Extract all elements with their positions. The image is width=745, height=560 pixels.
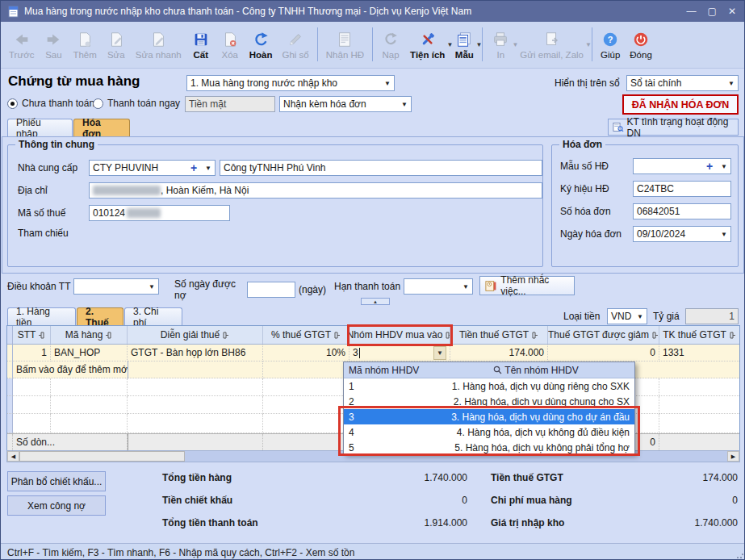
invoice-number-field[interactable]: 06842051	[633, 203, 731, 219]
payment-terms-select[interactable]: ▼	[73, 278, 159, 295]
pin-icon[interactable]	[445, 332, 450, 339]
column-header-tk-thue[interactable]: TK thuế GTGT	[659, 326, 739, 345]
save-button[interactable]: Cất	[186, 28, 216, 61]
add-reminder-button[interactable]: Thêm nhắc việc...	[479, 276, 575, 295]
pin-icon[interactable]	[38, 332, 45, 339]
post-ledger-button[interactable]: Ghi sổ	[278, 28, 314, 61]
column-header-ma-hang[interactable]: Mã hàng	[51, 326, 128, 345]
minimize-icon[interactable]: —	[687, 6, 697, 16]
scroll-right-icon[interactable]: ▶	[727, 451, 739, 462]
save-icon	[191, 31, 211, 48]
debt-days-label: Số ngày được nợ	[174, 278, 247, 301]
cell-dien-giai-thue[interactable]: GTGT - Bàn họp lớn BH86	[128, 345, 263, 361]
maximize-icon[interactable]: ▢	[708, 6, 717, 16]
previous-button[interactable]: Trước	[4, 28, 39, 61]
close-document-button[interactable]: Đóng	[625, 28, 657, 61]
pin-icon[interactable]	[729, 332, 736, 339]
chevron-down-icon[interactable]: ▼	[202, 165, 211, 172]
check-business-status-button[interactable]: KT tình trạng hoạt động DN	[608, 119, 739, 136]
invoice-form-select[interactable]: + ▼	[633, 158, 731, 174]
tab-thue[interactable]: 2. Thuế	[77, 307, 123, 325]
due-date-select[interactable]: ▼	[404, 278, 473, 295]
send-email-zalo-button[interactable]: Gửi email, Zalo ▼	[515, 28, 588, 61]
edit-button[interactable]: Sửa	[102, 28, 131, 61]
document-type-select[interactable]: 1. Mua hàng trong nước nhập kho ▼	[186, 75, 395, 91]
row-indicator	[7, 345, 13, 361]
chevron-down-icon: ▼	[398, 101, 408, 108]
display-on-select[interactable]: Sổ tài chính ▼	[626, 75, 739, 91]
column-header-dien-giai-thue[interactable]: Diễn giải thuế	[128, 326, 263, 345]
address-field[interactable]: , Hoàn Kiếm, Hà Nội	[89, 182, 542, 199]
pin-icon[interactable]	[333, 332, 341, 339]
cell-nhom-hhdv-editor[interactable]: 3 ▼	[349, 345, 450, 361]
cell-ma-hang[interactable]: BAN_HOP	[51, 345, 128, 361]
add-icon[interactable]: +	[706, 161, 713, 172]
pin-icon[interactable]	[651, 332, 659, 339]
add-new-row-label[interactable]: Bấm vào đây để thêm mới	[13, 361, 128, 378]
pin-icon[interactable]	[105, 332, 112, 339]
resize-grip[interactable]	[736, 551, 744, 559]
dropdown-item-4[interactable]: 4 4. Hàng hóa, dịch vụ không đủ điều kiệ…	[344, 424, 634, 440]
debt-days-field[interactable]	[247, 282, 295, 298]
dropdown-item-2[interactable]: 2 2. Hàng hóa, dịch vụ dùng chung cho SX	[344, 394, 634, 409]
collapse-header-button[interactable]: ▲	[361, 298, 390, 305]
discount-label: Tiền chiết khấu	[162, 495, 232, 506]
dropdown-item-1[interactable]: 1 1. Hàng hoá, dịch vụ dùng riêng cho SX…	[344, 378, 634, 394]
reload-button[interactable]: Nạp	[376, 28, 405, 61]
chevron-down-icon[interactable]: ▼	[433, 346, 446, 360]
cell-thue-giam[interactable]: 0	[548, 345, 659, 361]
currency-select[interactable]: VND ▼	[607, 308, 647, 324]
tab-phieu-nhap[interactable]: Phiếu nhập	[7, 119, 73, 136]
invoice-mode-select[interactable]: Nhận kèm hóa đơn ▼	[279, 96, 412, 112]
dropdown-item-5[interactable]: 5 5. Hàng hóa, dịch vụ không phải tổng h…	[344, 440, 634, 455]
utilities-button[interactable]: Tiện ích ▼	[405, 28, 450, 61]
help-button[interactable]: ? Giúp	[596, 28, 625, 61]
column-header-nhom-hhdv[interactable]: Nhóm HHDV mua vào	[349, 326, 450, 345]
supplier-name-field[interactable]: Công tyTNHH Phú Vinh	[220, 160, 542, 176]
close-icon[interactable]: ✕	[728, 6, 736, 16]
supplier-code-select[interactable]: CTY PHUVINH + ▼	[89, 160, 216, 176]
pin-icon[interactable]	[222, 332, 229, 339]
column-header-thue-giam[interactable]: Thuế GTGT được giảm	[548, 326, 659, 345]
radio-pay-now[interactable]: Thanh toán ngay	[93, 98, 180, 109]
tab-chi-phi[interactable]: 3. Chi phí	[124, 307, 182, 325]
scroll-left-icon[interactable]: ◀	[7, 451, 19, 462]
tab-hang-tien[interactable]: 1. Hàng tiền	[7, 307, 76, 325]
chevron-down-icon[interactable]: ▼	[585, 41, 592, 48]
cell-tien-thue[interactable]: 174.000	[450, 345, 548, 361]
undo-button[interactable]: Hoàn	[245, 28, 278, 61]
add-icon[interactable]: +	[190, 162, 197, 173]
dropdown-item-3-selected[interactable]: 3 3. Hàng hóa, dịch vụ dùng cho dự án đầ…	[344, 409, 634, 424]
invoice-serial-field[interactable]: C24TBC	[633, 181, 731, 197]
receive-invoice-button[interactable]: Nhận HĐ	[321, 28, 369, 61]
received-invoice-button[interactable]: ĐÃ NHẬN HÓA ĐƠN	[622, 94, 739, 115]
chevron-down-icon[interactable]: ▼	[475, 41, 482, 48]
grid-header-row: STT Mã hàng Diễn giải thuế % thuế GTGT N…	[7, 326, 739, 345]
invoice-info-group: Hóa đơn Mẫu số HĐ + ▼ Ký hiệu HĐ C24TBC …	[551, 144, 739, 267]
add-button[interactable]: Thêm	[68, 28, 101, 61]
column-header-pct-thue-gtgt[interactable]: % thuế GTGT	[263, 326, 349, 345]
chevron-down-icon[interactable]: ▼	[718, 163, 727, 170]
radio-unpaid[interactable]: Chưa thanh toán	[7, 98, 94, 109]
power-icon	[631, 31, 651, 48]
cell-stt[interactable]: 1	[13, 345, 51, 361]
table-row[interactable]: 1 BAN_HOP GTGT - Bàn họp lớn BH86 10% 3 …	[7, 345, 739, 361]
delete-button[interactable]: Xóa	[216, 28, 245, 61]
invoice-date-picker[interactable]: 09/10/2024 ▼	[633, 226, 731, 242]
next-button[interactable]: Sau	[39, 28, 68, 61]
template-button[interactable]: Mẫu ▼	[450, 28, 479, 61]
quick-edit-button[interactable]: Sửa nhanh	[131, 28, 186, 61]
allocate-discount-button[interactable]: Phân bổ chiết khấu...	[7, 471, 106, 491]
cell-pct-thue[interactable]: 10%	[263, 345, 349, 361]
tab-hoa-don[interactable]: Hóa đơn	[73, 119, 130, 136]
pin-icon[interactable]	[531, 332, 538, 339]
scrollbar-thumb[interactable]	[19, 451, 185, 462]
chevron-down-icon: ▼	[381, 80, 391, 87]
tax-code-field[interactable]: 010124	[89, 205, 230, 221]
column-header-tien-thue-gtgt[interactable]: Tiền thuế GTGT	[450, 326, 548, 345]
cell-tk-thue[interactable]: 1331	[659, 345, 739, 361]
chevron-down-icon[interactable]: ▼	[718, 231, 727, 238]
column-header-stt[interactable]: STT	[13, 326, 51, 345]
view-debt-button[interactable]: Xem công nợ	[7, 495, 106, 516]
print-button[interactable]: In ▼	[486, 28, 515, 61]
